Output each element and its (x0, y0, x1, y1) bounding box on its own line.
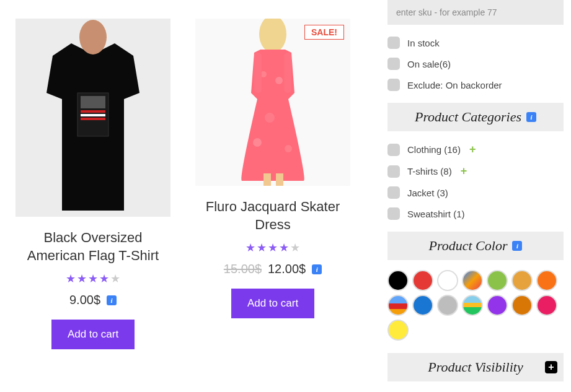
info-icon[interactable]: i (107, 295, 117, 305)
color-swatch-black[interactable] (387, 270, 409, 291)
product-price: 12.00$ (268, 262, 306, 276)
section-title: Product Color (429, 238, 508, 254)
section-visibility-header[interactable]: Product Visibility + (387, 353, 564, 381)
filter-label: In stock (407, 38, 440, 48)
svg-rect-4 (81, 110, 105, 113)
svg-rect-6 (81, 118, 105, 120)
star-icon: ★ (110, 272, 120, 285)
checkbox-icon[interactable] (387, 165, 400, 178)
star-icon: ★ (66, 272, 76, 285)
price-row: 9.00$ i (12, 293, 174, 307)
star-rating: ★ ★ ★ ★ ★ (12, 272, 174, 285)
add-to-cart-button[interactable]: Add to cart (231, 289, 314, 318)
checkbox-icon[interactable] (387, 79, 400, 91)
star-icon: ★ (99, 272, 109, 285)
category-tshirts[interactable]: T-shirts (8) + (387, 160, 564, 182)
product-card: Black Oversized American Flag T-Shirt ★ … (12, 19, 174, 389)
color-swatch-blue[interactable] (412, 295, 433, 316)
section-categories-header[interactable]: Product Categories i (387, 103, 564, 131)
star-icon: ★ (290, 241, 300, 255)
expand-icon[interactable]: + (545, 361, 557, 373)
color-swatch-yellow[interactable] (387, 320, 409, 341)
svg-rect-3 (81, 96, 105, 108)
svg-point-1 (79, 20, 107, 54)
product-title[interactable]: Black Oversized American Flag T-Shirt (19, 229, 167, 264)
category-sweatshirt[interactable]: Sweatshirt (1) (387, 203, 564, 224)
category-clothing[interactable]: Clothing (16) + (387, 139, 564, 160)
color-swatch-purple[interactable] (487, 295, 508, 316)
star-icon: ★ (246, 241, 255, 255)
sku-search-input[interactable] (387, 0, 564, 25)
info-icon[interactable]: i (526, 112, 536, 122)
category-label: Jacket (3) (407, 188, 448, 198)
product-title[interactable]: Fluro Jacquard Skater Dress (198, 198, 347, 233)
section-title: Product Visibility (428, 359, 523, 375)
star-icon: ★ (88, 272, 98, 285)
sale-badge: SALE! (304, 25, 344, 40)
info-icon[interactable]: i (312, 264, 322, 274)
svg-point-12 (253, 138, 262, 147)
category-jacket[interactable]: Jacket (3) (387, 182, 564, 203)
checkbox-icon[interactable] (387, 186, 400, 199)
star-icon: ★ (77, 272, 87, 285)
product-old-price: 15.00$ (224, 262, 262, 276)
checkbox-icon[interactable] (387, 144, 400, 156)
price-row: 15.00$ 12.00$ i (192, 262, 353, 276)
section-title: Product Categories (415, 109, 521, 125)
color-swatch-pattern[interactable] (462, 295, 483, 316)
svg-rect-14 (254, 53, 262, 93)
color-swatch-gray[interactable] (437, 295, 458, 316)
product-image[interactable]: SALE! (195, 19, 350, 186)
plus-icon[interactable]: + (469, 143, 476, 156)
svg-point-11 (265, 113, 275, 123)
color-swatch-lime[interactable] (487, 270, 508, 291)
category-label: Clothing (16) (407, 144, 461, 155)
svg-rect-16 (263, 173, 271, 186)
star-rating: ★ ★ ★ ★ ★ (192, 241, 353, 255)
star-icon: ★ (257, 241, 267, 255)
checkbox-icon[interactable] (387, 37, 400, 49)
product-grid: Black Oversized American Flag T-Shirt ★ … (0, 0, 385, 389)
svg-point-10 (275, 77, 283, 84)
filter-label: Exclude: On backorder (407, 80, 502, 90)
svg-rect-5 (81, 114, 105, 116)
star-icon: ★ (279, 241, 289, 255)
filter-on-sale[interactable]: On sale(6) (387, 53, 564, 74)
filter-in-stock[interactable]: In stock (387, 32, 564, 53)
filter-exclude-backorder[interactable]: Exclude: On backorder (387, 74, 564, 95)
color-swatch-pattern[interactable] (387, 295, 409, 316)
color-swatch-orange[interactable] (536, 270, 557, 291)
svg-point-13 (285, 145, 292, 152)
color-swatch-amber[interactable] (511, 295, 533, 316)
product-image[interactable] (15, 19, 170, 217)
checkbox-icon[interactable] (387, 58, 400, 70)
checkbox-icon[interactable] (387, 207, 400, 220)
filter-label: On sale(6) (407, 59, 451, 69)
category-label: T-shirts (8) (407, 166, 452, 176)
category-label: Sweatshirt (1) (407, 209, 465, 219)
star-icon: ★ (268, 241, 278, 255)
filter-sidebar: In stock On sale(6) Exclude: On backorde… (385, 0, 571, 389)
info-icon[interactable]: i (512, 241, 522, 251)
add-to-cart-button[interactable]: Add to cart (51, 320, 135, 349)
section-color-header[interactable]: Product Color i (387, 232, 564, 260)
color-swatch-white[interactable] (437, 270, 458, 291)
color-swatch-pattern[interactable] (462, 270, 483, 291)
color-swatch-magenta[interactable] (536, 295, 557, 316)
color-swatches (387, 268, 564, 346)
svg-rect-17 (276, 173, 283, 186)
product-price: 9.00$ (69, 293, 100, 307)
color-swatch-tan[interactable] (511, 270, 533, 291)
plus-icon[interactable]: + (461, 165, 467, 178)
product-card: SALE! Fluro Jacquard Skater Dress (192, 19, 353, 389)
svg-rect-15 (284, 53, 291, 93)
color-swatch-red[interactable] (412, 270, 433, 291)
